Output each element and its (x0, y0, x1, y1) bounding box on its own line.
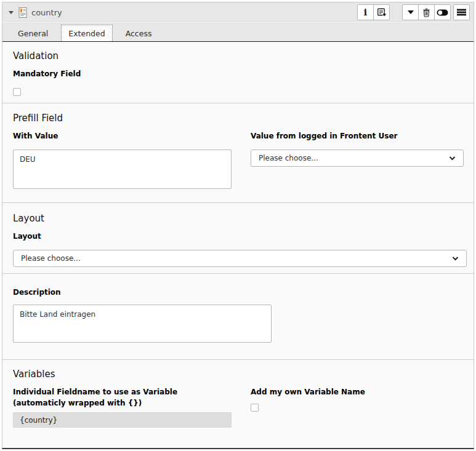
tab-content: Validation Mandatory Field Prefill Field… (2, 42, 474, 438)
info-icon: i (364, 8, 367, 17)
tab-extended[interactable]: Extended (61, 25, 112, 41)
fe-user-select[interactable]: Please choose... (251, 150, 464, 167)
variable-fieldname-input (13, 412, 232, 428)
layout-section: Layout Layout Please choose... (2, 202, 474, 273)
fieldname-label-line2: (automaticly wrapped with {}) (13, 397, 232, 409)
fieldname-label-line1: Individual Fieldname to use as Variable (13, 386, 232, 397)
validation-heading: Validation (13, 50, 464, 62)
prefill-section: Prefill Field With Value DEU Value from … (2, 103, 474, 202)
own-variable-label: Add my own Variable Name (251, 386, 464, 397)
chevron-down-icon (449, 156, 456, 161)
tab-bar: General Extended Access (2, 23, 474, 42)
drag-handle-button[interactable] (453, 4, 470, 20)
description-section: Description Bitte Land eintragen (2, 273, 474, 359)
description-textarea[interactable]: Bitte Land eintragen (13, 305, 272, 343)
element-type-icon (18, 7, 27, 18)
element-title: country (31, 8, 62, 17)
tab-general[interactable]: General (10, 25, 55, 41)
layout-heading: Layout (13, 213, 464, 224)
layout-label: Layout (13, 231, 464, 242)
trash-icon (422, 8, 430, 17)
mandatory-field-label: Mandatory Field (13, 68, 464, 79)
caret-down-icon (408, 10, 414, 14)
tab-access[interactable]: Access (118, 25, 159, 41)
mandatory-field-checkbox[interactable] (13, 88, 21, 96)
header-bar: country i (2, 2, 474, 23)
toolbar: i (357, 4, 470, 20)
toggle-icon (437, 9, 448, 16)
fe-user-select-value: Please choose... (259, 154, 318, 162)
fe-user-label: Value from logged in Frontent User (251, 130, 464, 142)
delete-button[interactable] (418, 4, 435, 20)
with-value-textarea[interactable]: DEU (13, 150, 232, 189)
chevron-down-icon (452, 257, 459, 261)
form-element-panel: country i (2, 2, 474, 449)
new-element-icon (377, 8, 387, 17)
move-dropdown-button[interactable] (402, 4, 419, 20)
actions-button-group (402, 4, 451, 20)
drag-handle-icon (457, 9, 466, 16)
layout-select[interactable]: Please choose... (13, 250, 467, 267)
info-button-group: i (357, 4, 390, 20)
variables-heading: Variables (13, 369, 464, 380)
description-label: Description (13, 287, 464, 298)
validation-section: Validation Mandatory Field (2, 42, 474, 103)
prefill-heading: Prefill Field (13, 113, 464, 124)
hide-toggle-button[interactable] (434, 4, 451, 20)
new-element-after-button[interactable] (373, 4, 390, 20)
info-button[interactable]: i (357, 4, 374, 20)
layout-select-value: Please choose... (21, 254, 81, 263)
drag-button-group (453, 4, 470, 20)
with-value-label: With Value (13, 130, 232, 142)
variables-section: Variables Individual Fieldname to use as… (2, 359, 474, 438)
collapse-caret-icon[interactable] (9, 11, 14, 14)
own-variable-checkbox[interactable] (251, 404, 259, 412)
